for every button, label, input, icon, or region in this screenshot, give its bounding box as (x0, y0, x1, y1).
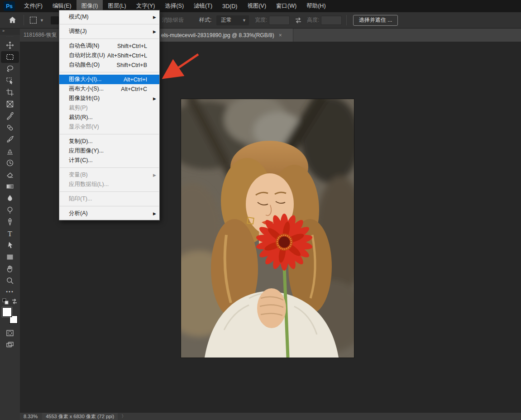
photoshop-logo: Ps (4, 1, 15, 11)
photoshop-window: Ps 文件(F) 编辑(E) 图像(I) 图层(L) 文字(Y) 选择(S) 滤… (0, 0, 521, 420)
menubar-filter[interactable]: 滤镜(T) (189, 0, 217, 12)
height-field[interactable] (321, 12, 342, 28)
dodge-tool[interactable] (1, 204, 19, 216)
eyedropper-tool[interactable] (1, 110, 19, 122)
status-chevron-icon[interactable]: 〉 (121, 413, 126, 420)
menu-item-mode[interactable]: 模式(M)▶ (59, 12, 159, 22)
object-selection-tool[interactable] (1, 75, 19, 86)
frame-tool-icon (6, 100, 14, 108)
dodge-tool-icon (6, 206, 14, 214)
menu-item-duplicate[interactable]: 复制(D)... (59, 137, 159, 146)
menu-item-canvas-size[interactable]: 画布大小(S)...Alt+Ctrl+C (59, 84, 159, 94)
tools-panel: » ····· T ••• (0, 29, 20, 420)
edit-toolbar-icon[interactable]: ••• (6, 286, 14, 296)
pen-tool-icon (6, 218, 14, 226)
tool-preset-marquee[interactable]: ▼ (30, 12, 44, 28)
options-separator (346, 15, 347, 25)
eraser-tool[interactable] (1, 169, 19, 181)
menubar-file[interactable]: 文件(F) (19, 0, 48, 12)
style-dropdown[interactable]: 正常 ▼ (216, 12, 249, 28)
healing-brush-tool[interactable] (1, 122, 19, 134)
history-brush-tool[interactable] (1, 157, 19, 169)
screen-mode[interactable] (1, 339, 19, 351)
default-colors-icon[interactable] (2, 298, 9, 305)
menu-item-auto-contrast[interactable]: 自动对比度(U)Alt+Shift+Ctrl+L (59, 51, 159, 60)
tab-label: els-mutecevvil-28319890.jpg @ 8.33%(RGB/… (161, 32, 274, 38)
crop-tool[interactable] (1, 86, 19, 98)
menubar-select[interactable]: 选择(S) (160, 0, 189, 12)
zoom-tool-icon (6, 277, 14, 285)
brush-tool-icon (6, 135, 14, 143)
menubar-3d[interactable]: 3D(D) (217, 0, 242, 12)
menu-item-image-size[interactable]: 图像大小(I)...Alt+Ctrl+I (59, 75, 159, 84)
marquee-tool-icon (6, 53, 14, 61)
menu-separator (60, 191, 159, 192)
zoom-level[interactable]: 8.33% (20, 414, 42, 419)
document-image[interactable] (181, 99, 354, 358)
brush-tool[interactable] (1, 134, 19, 145)
path-selection-tool-icon (6, 241, 14, 249)
quick-mask-mode[interactable] (1, 327, 19, 339)
blur-tool[interactable] (1, 192, 19, 204)
collapse-panel-icon[interactable]: » (0, 29, 20, 35)
home-button[interactable] (8, 12, 17, 28)
marquee-preview-icon (30, 17, 37, 24)
foreground-background-swatches[interactable] (2, 307, 18, 324)
lasso-tool[interactable] (1, 63, 19, 75)
document-info[interactable]: 4553 像素 x 6830 像素 (72 ppi) (42, 413, 118, 420)
submenu-arrow-icon: ▶ (153, 96, 156, 101)
submenu-arrow-icon: ▶ (153, 15, 156, 19)
frame-tool[interactable] (1, 98, 19, 110)
color-controls (2, 296, 18, 306)
menu-separator (60, 167, 159, 168)
menu-item-apply-image[interactable]: 应用图像(Y)... (59, 146, 159, 156)
pen-tool[interactable] (1, 216, 19, 228)
eyedropper-tool-icon (6, 112, 14, 120)
options-separator (24, 15, 24, 25)
screen-mode-icon (6, 341, 14, 349)
submenu-arrow-icon: ▶ (153, 29, 156, 34)
type-tool-icon: T (6, 229, 14, 238)
submenu-arrow-icon: ▶ (153, 211, 156, 216)
eraser-tool-icon (6, 171, 14, 179)
select-and-mask-button[interactable]: 选择并遮住 ... (353, 12, 398, 28)
path-selection-tool[interactable] (1, 239, 19, 251)
hand-tool[interactable] (1, 263, 19, 275)
menubar-window[interactable]: 窗口(W) (271, 0, 301, 12)
swap-colors-icon[interactable] (11, 298, 18, 305)
move-tool[interactable] (1, 39, 19, 51)
menu-item-calculations[interactable]: 计算(C)... (59, 156, 159, 165)
healing-brush-tool-icon (6, 124, 14, 132)
width-field[interactable] (269, 12, 290, 28)
quick-mask-icon (6, 329, 14, 337)
menu-item-trim[interactable]: 裁切(R)... (59, 113, 159, 122)
menu-item-image-rotation[interactable]: 图像旋转(G)▶ (59, 94, 159, 103)
menu-item-adjustments[interactable]: 调整(J)▶ (59, 27, 159, 36)
rectangular-marquee-tool[interactable] (1, 51, 19, 63)
menu-separator (60, 24, 159, 24)
annotation-arrow (158, 48, 204, 82)
close-tab-icon[interactable]: × (279, 32, 282, 38)
gradient-tool[interactable] (1, 181, 19, 192)
panel-grip[interactable]: ····· (6, 35, 14, 39)
menu-item-auto-color[interactable]: 自动颜色(O)Shift+Ctrl+B (59, 60, 159, 70)
menu-item-reveal-all: 显示全部(V) (59, 122, 159, 132)
image-menu-dropdown: 模式(M)▶ 调整(J)▶ 自动色调(N)Shift+Ctrl+L 自动对比度(… (59, 10, 160, 220)
menu-item-analysis[interactable]: 分析(A)▶ (59, 209, 159, 218)
zoom-tool[interactable] (1, 275, 19, 286)
submenu-arrow-icon: ▶ (153, 173, 156, 177)
object-selection-tool-icon (6, 76, 14, 85)
gradient-tool-icon (6, 182, 14, 191)
clone-stamp-tool[interactable] (1, 145, 19, 157)
menubar-view[interactable]: 视图(V) (242, 0, 271, 12)
foreground-color-swatch[interactable] (2, 307, 12, 317)
menubar-help[interactable]: 帮助(H) (301, 0, 330, 12)
tool-options-chip[interactable] (51, 12, 59, 28)
height-label: 高度: (307, 12, 319, 28)
menu-item-auto-tone[interactable]: 自动色调(N)Shift+Ctrl+L (59, 41, 159, 51)
menu-separator (60, 134, 159, 134)
swap-dimensions-icon[interactable] (294, 12, 302, 28)
rectangle-tool[interactable] (1, 251, 19, 263)
menu-item-apply-data-set: 应用数据组(L)... (59, 180, 159, 189)
type-tool[interactable]: T (1, 228, 19, 239)
